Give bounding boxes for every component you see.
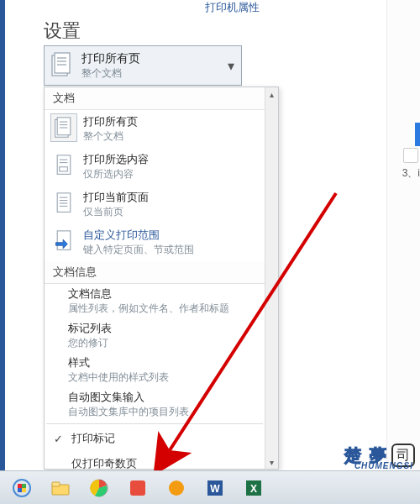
menu-item-label: 仅打印奇数页 [71,456,137,471]
dropdown-title: 打印所有页 [81,51,228,66]
svg-rect-27 [52,482,60,486]
preview-bubble [403,148,418,163]
taskbar-excel[interactable]: X [235,475,272,501]
document-custom-icon [51,228,76,255]
svg-rect-22 [18,484,22,488]
section-doc-info: 文档信息 [45,261,265,284]
taskbar: W X [0,470,420,504]
menu-item-print-current[interactable]: 打印当前页面仅当前页 [45,186,265,223]
menu-item-autotext[interactable]: 自动图文集输入 自动图文集库中的项目列表 [45,387,265,422]
dropdown-subtitle: 整个文档 [81,66,228,81]
svg-rect-13 [60,167,68,171]
taskbar-explorer[interactable] [42,475,79,501]
preview-side-strip: 3、i [386,0,420,470]
menu-item-label: 标记列表 [68,321,258,336]
menu-item-sub: 键入特定页面、节或范围 [83,243,194,257]
document-selection-icon [51,152,76,179]
menu-item-label: 样式 [68,355,258,370]
scroll-down-icon[interactable]: ▾ [265,455,278,469]
svg-rect-25 [22,488,26,492]
menu-item-print-selection[interactable]: 打印所选内容仅所选内容 [45,148,265,186]
document-page-icon [51,190,76,217]
svg-point-31 [169,480,184,496]
menu-item-custom-range[interactable]: 自定义打印范围键入特定页面、节或范围 [45,223,265,261]
svg-rect-23 [22,484,26,488]
menu-item-print-markup[interactable]: ✓ 打印标记 [45,426,265,451]
check-icon: ✓ [51,433,65,445]
menu-item-print-all[interactable]: 打印所有页整个文档 [45,110,265,148]
print-range-menu: ▴ ▾ 文档 打印所有页整个文档 打印所选内容仅所选内容 [44,87,279,470]
svg-rect-6 [57,118,71,135]
menu-item-doc-info[interactable]: 文档信息 属性列表，例如文件名、作者和标题 [45,284,265,318]
menu-item-sub: 仅所选内容 [83,167,149,181]
menu-item-label: 自定义打印范围 [83,228,194,243]
scroll-up-icon[interactable]: ▴ [265,87,278,101]
menu-item-label: 打印所选内容 [83,152,149,167]
menu-item-label: 打印标记 [71,431,115,446]
print-range-dropdown[interactable]: 打印所有页 整个文档 ▾ [44,45,242,86]
svg-text:W: W [210,483,220,495]
preview-text: 3、i [402,166,420,181]
taskbar-app-red[interactable] [119,475,156,501]
menu-item-markup-list[interactable]: 标记列表 您的修订 [45,318,265,353]
svg-rect-14 [57,193,71,213]
menu-item-sub: 整个文档 [83,129,138,144]
menu-item-label: 打印当前页面 [83,190,149,205]
svg-rect-1 [55,53,70,73]
menu-item-sub: 您的修订 [68,336,258,350]
taskbar-word[interactable]: W [197,475,234,501]
section-document: 文档 [45,87,265,110]
menu-item-sub: 仅当前页 [83,205,149,219]
settings-heading: 设置 [44,18,81,44]
chevron-down-icon: ▾ [228,58,234,74]
svg-text:X: X [250,483,257,495]
svg-rect-30 [130,480,145,496]
document-stack-icon [51,114,76,141]
preview-peek [415,123,420,146]
menu-item-label: 自动图文集输入 [68,390,258,405]
menu-item-sub: 属性列表，例如文件名、作者和标题 [68,302,258,316]
document-stack-icon [50,51,76,80]
taskbar-app-orange[interactable] [158,475,195,501]
menu-item-label: 打印所有页 [83,114,138,129]
menu-item-sub: 自动图文集库中的项目列表 [68,405,258,419]
printer-properties-link[interactable]: 打印机属性 [205,0,260,15]
watermark-en: CHUMENGSI [354,461,413,470]
menu-item-sub: 文档中使用的样式列表 [68,370,258,385]
menu-item-styles[interactable]: 样式 文档中使用的样式列表 [45,353,265,387]
menu-scrollbar[interactable]: ▴ ▾ [265,87,278,469]
svg-rect-24 [18,488,22,492]
menu-divider [46,423,263,424]
start-button[interactable] [3,475,40,501]
menu-item-label: 文档信息 [68,286,258,302]
backstage-left-bar [0,0,5,470]
taskbar-chrome[interactable] [81,475,118,501]
